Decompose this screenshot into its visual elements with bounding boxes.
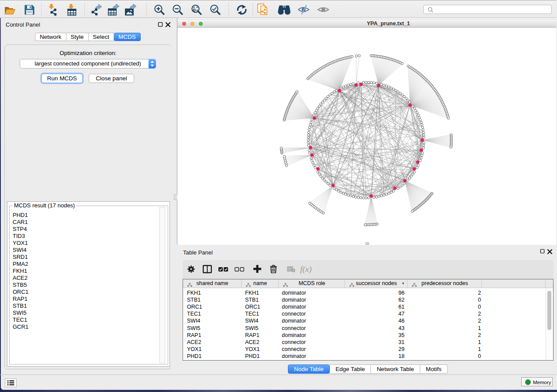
svg-text:f(x): f(x): [300, 265, 311, 274]
